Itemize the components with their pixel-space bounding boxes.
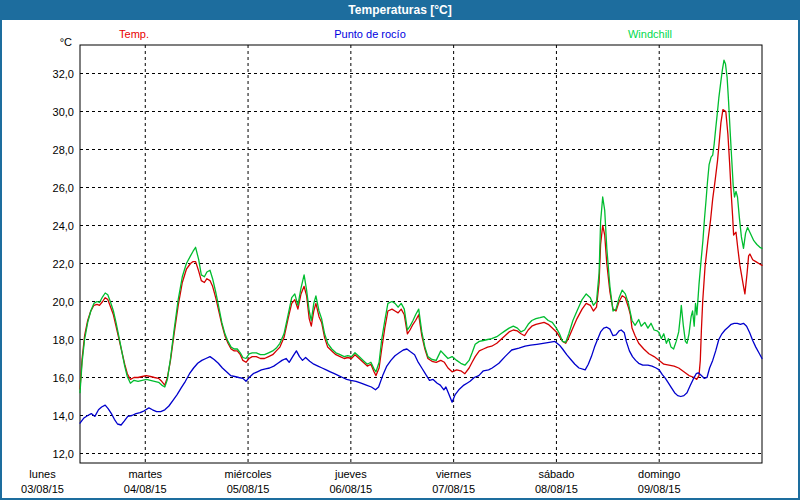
x-axis-day-label: domingo <box>614 468 704 480</box>
x-axis-date-label: 09/08/15 <box>614 483 704 495</box>
series-line-punto-de-roc-o <box>80 323 762 425</box>
x-axis-date-label: 03/08/15 <box>0 483 87 495</box>
y-axis-tick-label: 26,0 <box>30 182 74 194</box>
legend-item-windchill: Windchill <box>590 28 710 40</box>
legend-item-dew-point: Punto de rocío <box>290 28 450 40</box>
x-axis-date-label: 06/08/15 <box>306 483 396 495</box>
y-axis-tick-label: 12,0 <box>30 448 74 460</box>
y-axis-tick-label: 18,0 <box>30 334 74 346</box>
x-axis-day-label: viernes <box>409 468 499 480</box>
x-axis-day-label: jueves <box>306 468 396 480</box>
x-axis-day-label: sábado <box>511 468 601 480</box>
chart-window: Temperaturas [°C] Temp. Punto de rocío W… <box>0 0 800 500</box>
temperature-line-chart <box>2 2 800 500</box>
y-axis-tick-label: 16,0 <box>30 372 74 384</box>
x-axis-day-label: martes <box>100 468 190 480</box>
x-axis-date-label: 04/08/15 <box>100 483 190 495</box>
y-axis-tick-label: 20,0 <box>30 296 74 308</box>
x-axis-date-label: 05/08/15 <box>203 483 293 495</box>
y-axis-tick-label: 32,0 <box>30 68 74 80</box>
y-axis-tick-label: 30,0 <box>30 106 74 118</box>
legend-item-temp: Temp. <box>94 28 174 40</box>
x-axis-day-label: lunes <box>0 468 87 480</box>
y-axis-tick-label: 14,0 <box>30 410 74 422</box>
x-axis-day-label: miércoles <box>203 468 293 480</box>
y-axis-tick-label: 28,0 <box>30 144 74 156</box>
x-axis-date-label: 07/08/15 <box>409 483 499 495</box>
y-axis-tick-label: 22,0 <box>30 258 74 270</box>
y-axis-unit-label: °C <box>30 36 72 48</box>
x-axis-date-label: 08/08/15 <box>511 483 601 495</box>
y-axis-tick-label: 24,0 <box>30 220 74 232</box>
